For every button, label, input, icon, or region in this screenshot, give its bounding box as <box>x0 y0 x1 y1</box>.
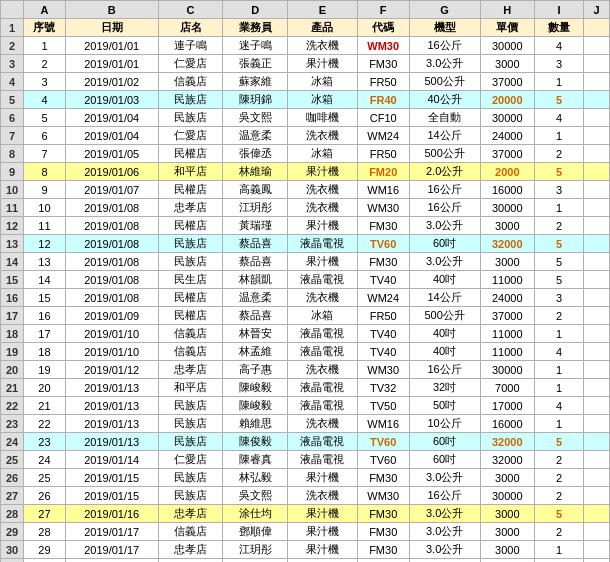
cell-I4[interactable]: 1 <box>534 73 583 91</box>
cell-F17[interactable]: FR50 <box>357 307 409 325</box>
cell-I6[interactable]: 4 <box>534 109 583 127</box>
cell-I24[interactable]: 5 <box>534 433 583 451</box>
cell-G28[interactable]: 3.0公升 <box>409 505 480 523</box>
cell-I2[interactable]: 4 <box>534 37 583 55</box>
cell-G19[interactable]: 40吋 <box>409 343 480 361</box>
cell-A12[interactable]: 11 <box>24 217 65 235</box>
cell-A7[interactable]: 6 <box>24 127 65 145</box>
cell-A23[interactable]: 22 <box>24 415 65 433</box>
cell-H10[interactable]: 16000 <box>480 181 534 199</box>
cell-H31[interactable] <box>480 559 534 563</box>
cell-F30[interactable]: FM30 <box>357 541 409 559</box>
cell-F27[interactable]: WM30 <box>357 487 409 505</box>
cell-D26[interactable]: 林弘毅 <box>223 469 288 487</box>
cell-B16[interactable]: 2019/01/08 <box>65 289 158 307</box>
cell-C12[interactable]: 民權店 <box>158 217 223 235</box>
cell-C31[interactable] <box>158 559 223 563</box>
cell-H5[interactable]: 20000 <box>480 91 534 109</box>
cell-F26[interactable]: FM30 <box>357 469 409 487</box>
cell-I29[interactable]: 2 <box>534 523 583 541</box>
col-header-J[interactable]: J <box>584 1 610 19</box>
cell-C28[interactable]: 忠孝店 <box>158 505 223 523</box>
cell-G6[interactable]: 全自動 <box>409 109 480 127</box>
col-header-G[interactable]: G <box>409 1 480 19</box>
cell-D10[interactable]: 高義鳳 <box>223 181 288 199</box>
cell-I13[interactable]: 5 <box>534 235 583 253</box>
cell-B18[interactable]: 2019/01/10 <box>65 325 158 343</box>
cell-E21[interactable]: 液晶電視 <box>288 379 358 397</box>
cell-B12[interactable]: 2019/01/08 <box>65 217 158 235</box>
cell-D16[interactable]: 温意柔 <box>223 289 288 307</box>
cell-D30[interactable]: 江玥彤 <box>223 541 288 559</box>
cell-I21[interactable]: 1 <box>534 379 583 397</box>
cell-F19[interactable]: TV40 <box>357 343 409 361</box>
cell-E28[interactable]: 果汁機 <box>288 505 358 523</box>
cell-H27[interactable]: 30000 <box>480 487 534 505</box>
cell-F18[interactable]: TV40 <box>357 325 409 343</box>
col-header-C[interactable]: C <box>158 1 223 19</box>
cell-A14[interactable]: 13 <box>24 253 65 271</box>
cell-C4[interactable]: 信義店 <box>158 73 223 91</box>
cell-B30[interactable]: 2019/01/17 <box>65 541 158 559</box>
cell-F24[interactable]: TV60 <box>357 433 409 451</box>
cell-H14[interactable]: 3000 <box>480 253 534 271</box>
cell-G4[interactable]: 500公升 <box>409 73 480 91</box>
cell-D29[interactable]: 鄧順偉 <box>223 523 288 541</box>
table-row[interactable]: 20192019/01/12忠孝店高子惠洗衣機WM3016公斤300001 <box>1 361 610 379</box>
cell-F14[interactable]: FM30 <box>357 253 409 271</box>
table-row[interactable]: 16152019/01/08民權店温意柔洗衣機WM2414公斤240003 <box>1 289 610 307</box>
cell-D4[interactable]: 蘇家維 <box>223 73 288 91</box>
cell-E13[interactable]: 液晶電視 <box>288 235 358 253</box>
cell-B23[interactable]: 2019/01/13 <box>65 415 158 433</box>
cell-F8[interactable]: FR50 <box>357 145 409 163</box>
cell-F7[interactable]: WM24 <box>357 127 409 145</box>
cell-D21[interactable]: 陳峻毅 <box>223 379 288 397</box>
table-row[interactable]: 12112019/01/08民權店黃瑞瑾果汁機FM303.0公升30002 <box>1 217 610 235</box>
table-row[interactable]: 652019/01/04民族店吳文熙咖啡機CF10全自動300004 <box>1 109 610 127</box>
cell-D28[interactable]: 涂仕均 <box>223 505 288 523</box>
cell-D22[interactable]: 陳峻毅 <box>223 397 288 415</box>
cell-F28[interactable]: FM30 <box>357 505 409 523</box>
cell-G15[interactable]: 40吋 <box>409 271 480 289</box>
cell-C29[interactable]: 信義店 <box>158 523 223 541</box>
cell-B29[interactable]: 2019/01/17 <box>65 523 158 541</box>
cell-H4[interactable]: 37000 <box>480 73 534 91</box>
cell-A13[interactable]: 12 <box>24 235 65 253</box>
cell-F11[interactable]: WM30 <box>357 199 409 217</box>
cell-G16[interactable]: 14公斤 <box>409 289 480 307</box>
cell-H2[interactable]: 30000 <box>480 37 534 55</box>
cell-C8[interactable]: 民權店 <box>158 145 223 163</box>
cell-C24[interactable]: 民族店 <box>158 433 223 451</box>
cell-B28[interactable]: 2019/01/16 <box>65 505 158 523</box>
cell-C21[interactable]: 和平店 <box>158 379 223 397</box>
cell-G23[interactable]: 10公斤 <box>409 415 480 433</box>
cell-B3[interactable]: 2019/01/01 <box>65 55 158 73</box>
cell-F10[interactable]: WM16 <box>357 181 409 199</box>
cell-F5[interactable]: FR40 <box>357 91 409 109</box>
cell-C26[interactable]: 民族店 <box>158 469 223 487</box>
cell-B15[interactable]: 2019/01/08 <box>65 271 158 289</box>
cell-I23[interactable]: 1 <box>534 415 583 433</box>
cell-C14[interactable]: 民族店 <box>158 253 223 271</box>
cell-A9[interactable]: 8 <box>24 163 65 181</box>
table-row[interactable]: 15142019/01/08民生店林韻凱液晶電視TV4040吋110005 <box>1 271 610 289</box>
cell-D23[interactable]: 賴維思 <box>223 415 288 433</box>
cell-H8[interactable]: 37000 <box>480 145 534 163</box>
cell-G3[interactable]: 3.0公升 <box>409 55 480 73</box>
table-row[interactable]: 18172019/01/10信義店林晉安液晶電視TV4040吋110001 <box>1 325 610 343</box>
cell-E23[interactable]: 洗衣機 <box>288 415 358 433</box>
cell-D17[interactable]: 蔡品喜 <box>223 307 288 325</box>
cell-D31[interactable] <box>223 559 288 563</box>
cell-C9[interactable]: 和平店 <box>158 163 223 181</box>
cell-I14[interactable]: 5 <box>534 253 583 271</box>
cell-H7[interactable]: 24000 <box>480 127 534 145</box>
cell-E16[interactable]: 洗衣機 <box>288 289 358 307</box>
table-row[interactable]: 982019/01/06和平店林維瑜果汁機FM202.0公升20005 <box>1 163 610 181</box>
cell-C20[interactable]: 忠孝店 <box>158 361 223 379</box>
cell-I5[interactable]: 5 <box>534 91 583 109</box>
cell-H22[interactable]: 17000 <box>480 397 534 415</box>
cell-B13[interactable]: 2019/01/08 <box>65 235 158 253</box>
col-header-D[interactable]: D <box>223 1 288 19</box>
cell-A17[interactable]: 16 <box>24 307 65 325</box>
cell-D25[interactable]: 陳睿真 <box>223 451 288 469</box>
